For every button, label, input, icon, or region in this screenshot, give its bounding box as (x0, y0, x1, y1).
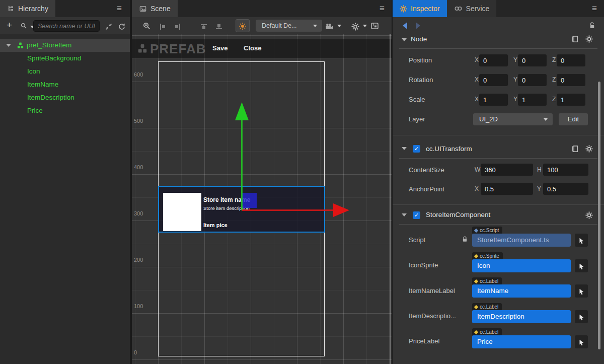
component-settings-gear-icon[interactable] (585, 211, 593, 219)
uitransform-help-book-icon[interactable] (571, 145, 579, 153)
align-top-edge-icon[interactable] (200, 22, 208, 31)
anchorpoint-x-input[interactable] (481, 183, 533, 195)
hierarchy-tabbar: Hierarchy ≡ (0, 0, 130, 17)
scene-scrollbar[interactable] (390, 34, 391, 364)
layer-edit-button[interactable]: Edit (559, 113, 588, 125)
component-enabled-checkbox[interactable]: ✓ (413, 211, 420, 219)
itemname-ref-field[interactable]: ItemName (472, 284, 571, 298)
device-select-dropdown[interactable]: Default De... (256, 20, 322, 32)
scene-settings-button[interactable] (351, 22, 365, 31)
itemdescription-label: ItemDescriptio... (409, 312, 456, 320)
gizmo-xy-plane-handle[interactable] (242, 193, 257, 208)
inspector-panel: Inspector Service ≡ Node Position X (393, 0, 604, 364)
history-back-icon[interactable] (403, 22, 407, 29)
hierarchy-toolbar: + (0, 17, 130, 34)
gear-icon (351, 23, 359, 31)
iconsprite-ref-field[interactable]: Icon (472, 259, 571, 272)
node-settings-gear-icon[interactable] (585, 35, 593, 43)
tab-hierarchy[interactable]: Hierarchy (0, 0, 55, 17)
layer-dropdown[interactable]: UI_2D (473, 113, 553, 125)
position-z-input[interactable] (557, 54, 585, 66)
sprite-type-dot-icon (474, 254, 478, 258)
script-ref-field[interactable]: StoreItemComponent.ts (472, 234, 571, 247)
contentsize-w-input[interactable] (481, 164, 533, 176)
align-left-edge-icon[interactable] (159, 22, 167, 31)
pricelabel-locate-button[interactable] (575, 335, 588, 348)
type-tag-label: cc.Sprite (480, 252, 499, 260)
tree-item[interactable]: Price (0, 104, 130, 117)
search-input[interactable] (33, 20, 100, 32)
component-collapse-icon[interactable] (402, 213, 407, 216)
axis-w-label: W (475, 166, 480, 173)
uitransform-settings-gear-icon[interactable] (585, 145, 593, 153)
align-right-edge-icon[interactable] (174, 22, 182, 31)
tree-item[interactable]: ItemDescription (0, 91, 130, 104)
scale-z-input[interactable] (557, 94, 585, 106)
node-help-book-icon[interactable] (571, 35, 579, 43)
position-x-input[interactable] (479, 54, 508, 66)
tab-scene-label: Scene (150, 5, 171, 13)
tab-inspector[interactable]: Inspector (393, 0, 447, 17)
itemname-locate-button[interactable] (575, 284, 588, 298)
label-type-dot-icon (474, 279, 478, 283)
split-view-icon[interactable] (370, 21, 379, 30)
collapse-all-icon[interactable] (105, 22, 113, 31)
lighting-toggle-button[interactable] (236, 19, 250, 32)
uitransform-collapse-icon[interactable] (402, 147, 407, 150)
gizmo-y-arrowhead-icon[interactable] (235, 102, 249, 120)
tab-service[interactable]: Service (447, 0, 497, 17)
script-locate-button[interactable] (575, 234, 588, 247)
contentsize-h-input[interactable] (543, 164, 588, 176)
search-filter-button[interactable] (20, 21, 34, 30)
create-node-button[interactable]: + (7, 20, 12, 31)
inspector-scrollbar[interactable] (598, 82, 600, 349)
tree-item-root[interactable]: pref_StoreItem (0, 39, 130, 52)
iconsprite-locate-button[interactable] (575, 259, 588, 272)
position-y-input[interactable] (518, 54, 547, 66)
camera-view-button[interactable] (325, 22, 340, 31)
history-forward-icon[interactable] (416, 22, 420, 29)
refresh-icon[interactable] (118, 22, 126, 31)
inspector-menu-icon[interactable]: ≡ (592, 3, 597, 14)
tree-item-label: Icon (27, 65, 40, 78)
scale-x-input[interactable] (479, 94, 508, 106)
contentsize-label: ContentSize (409, 166, 444, 174)
rotation-y-input[interactable] (518, 74, 547, 86)
axis-y-label: Y (537, 185, 541, 192)
itemdescription-locate-button[interactable] (575, 310, 588, 323)
chevron-down-icon (313, 25, 317, 27)
tree-item[interactable]: ItemName (0, 78, 130, 91)
rotation-x-input[interactable] (479, 74, 508, 86)
zoom-tool-icon[interactable] (142, 21, 151, 30)
align-bottom-edge-icon[interactable] (215, 22, 223, 31)
lock-icon (462, 236, 468, 243)
scene-viewport[interactable]: 600 500 400 300 200 100 0 PREFAB Save Cl… (132, 34, 392, 364)
axis-y-label: Y (513, 76, 517, 83)
rotation-z-input[interactable] (557, 74, 585, 86)
itemdescription-ref-field[interactable]: ItemDescription (472, 310, 571, 323)
tree-item[interactable]: SpriteBackground (0, 52, 130, 65)
axis-x-label: X (475, 185, 479, 192)
scene-menu-icon[interactable]: ≡ (380, 3, 385, 14)
scale-y-input[interactable] (518, 94, 547, 106)
cursor-locate-icon (578, 339, 585, 346)
pricelabel-ref-field[interactable]: Price (472, 335, 571, 348)
node-collapse-icon[interactable] (402, 38, 407, 41)
anchorpoint-y-input[interactable] (543, 183, 588, 195)
uitransform-enabled-checkbox[interactable]: ✓ (413, 145, 420, 153)
sun-icon (239, 22, 247, 30)
type-tag: cc.Script (472, 227, 502, 234)
layer-value: UI_2D (479, 115, 498, 123)
tab-hierarchy-label: Hierarchy (18, 5, 48, 13)
tree-item[interactable]: Icon (0, 65, 130, 78)
tab-scene[interactable]: Scene (132, 0, 178, 17)
gizmo-x-arrowhead-icon[interactable] (333, 203, 349, 217)
inspector-navrow (393, 17, 604, 34)
type-tag-label: cc.Script (480, 227, 499, 234)
hierarchy-menu-icon[interactable]: ≡ (117, 3, 122, 14)
search-icon (20, 22, 28, 30)
lock-open-icon[interactable] (588, 22, 596, 30)
expand-arrow-icon[interactable] (6, 44, 11, 47)
layer-label: Layer (409, 115, 425, 123)
hierarchy-icon (7, 5, 15, 13)
